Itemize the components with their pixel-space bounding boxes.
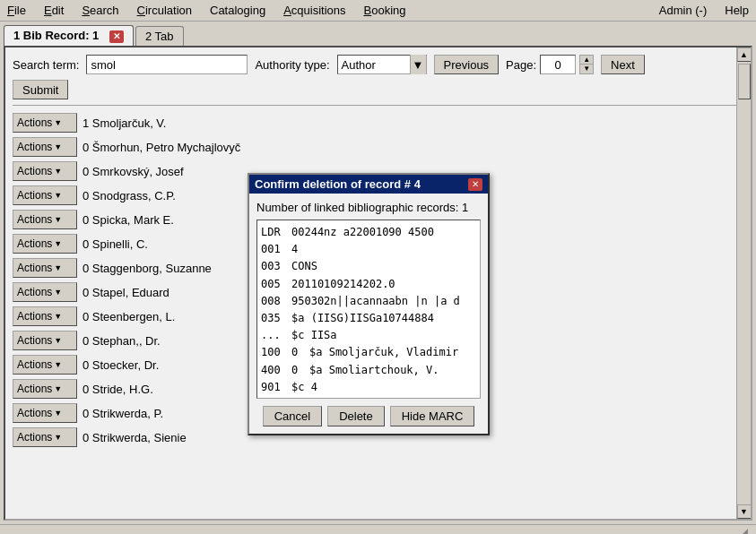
marc-tag: 005 [261,276,288,293]
status-bar: ◢ [0,524,756,534]
page-spinner-up[interactable]: ▲ [580,56,593,65]
record-text-7: 0 Stapel, Eduard [83,286,169,299]
actions-button-9[interactable]: Actions▼ [13,331,77,350]
menu-cataloging[interactable]: Cataloging [206,2,269,19]
search-row: Search term: Authority type: Author ▼ Pr… [13,55,743,74]
menu-help[interactable]: Help [721,2,752,19]
modal-close-button[interactable]: ✕ [468,178,482,191]
scroll-down-button[interactable]: ▼ [737,504,752,519]
next-button[interactable]: Next [601,55,645,74]
marc-tag [261,396,288,399]
marc-tag: 901 [261,379,288,396]
search-term-label: Search term: [13,58,79,72]
marc-row-035: 035 $a (IISG)IISGa10744884 [261,310,476,327]
modal-linked-text: Number of linked bibliographic records: … [256,201,481,214]
record-text-0: 1 Smoljarčuk, V. [83,116,166,130]
actions-button-8[interactable]: Actions▼ [13,306,77,326]
marc-ind: 0 [291,344,306,361]
marc-tag: LDR [261,224,288,241]
actions-button-10[interactable]: Actions▼ [13,355,77,375]
marc-val: $c IISa [291,327,337,344]
actions-button-12[interactable]: Actions▼ [13,403,77,423]
record-text-10: 0 Stoecker, Dr. [83,358,159,372]
actions-button-0[interactable]: Actions▼ [13,113,77,133]
marc-row-001: 001 4 [261,241,476,258]
authority-type-label: Authority type: [255,58,329,72]
main-content: Search term: Authority type: Author ▼ Pr… [4,46,752,521]
marc-ind: 0 [291,362,306,379]
record-text-11: 0 Stride, H.G. [83,383,153,396]
actions-button-4[interactable]: Actions▼ [13,210,77,229]
menu-circulation[interactable]: Circulation [134,2,196,19]
actions-button-7[interactable]: Actions▼ [13,282,77,302]
modal-body: Number of linked bibliographic records: … [249,194,488,434]
marc-tag: 035 [261,310,288,327]
menu-admin[interactable]: Admin (-) [656,2,710,19]
submit-button[interactable]: Submit [13,80,68,99]
tabbar: 1 Bib Record: 1 ✕ 2 Tab [0,22,756,46]
record-text-6: 0 Staggenborg, Suzanne [83,262,212,275]
confirm-deletion-modal: Confirm deletion of record # 4 ✕ Number … [248,173,490,435]
page-spinner-down[interactable]: ▼ [580,65,593,73]
tab-2[interactable]: 2 Tab [135,26,184,46]
page-input[interactable] [540,55,576,74]
scrollbar[interactable]: ▲ ▼ [736,47,751,519]
menu-booking[interactable]: Booking [361,2,410,19]
marc-val: $c 4 [291,379,317,396]
hide-marc-button[interactable]: Hide MARC [390,406,475,426]
page-nav: Page: ▲ ▼ [506,55,594,74]
page-label: Page: [506,58,536,72]
delete-button[interactable]: Delete [327,406,385,426]
actions-button-3[interactable]: Actions▼ [13,185,77,205]
tab-bib-record[interactable]: 1 Bib Record: 1 ✕ [4,25,134,46]
menubar: File Edit Search Circulation Cataloging … [0,0,756,22]
marc-val: 950302n||acannaabn |n |a d [291,293,460,310]
authority-type-select[interactable]: Author ▼ [337,55,427,74]
search-input[interactable] [86,55,248,74]
menu-search[interactable]: Search [78,2,122,19]
resize-grip: ◢ [742,527,752,535]
actions-button-13[interactable]: Actions▼ [13,427,77,447]
divider [13,105,743,106]
cancel-button[interactable]: Cancel [263,406,322,426]
menubar-right: Admin (-) Help [656,2,752,19]
marc-row-008: 008 950302n||acannaabn |n |a d [261,293,476,310]
marc-row-100: 100 0 $a Smoljarčuk, Vladimir [261,344,476,361]
record-text-2: 0 Smrkovský, Josef [83,165,184,178]
scroll-thumb[interactable] [738,64,751,99]
menu-acquisitions[interactable]: Acquisitions [280,2,349,19]
record-text-8: 0 Steenbergen, L. [83,310,175,323]
actions-button-11[interactable]: Actions▼ [13,379,77,399]
actions-button-2[interactable]: Actions▼ [13,161,77,181]
marc-tag: 001 [261,241,288,258]
menu-edit[interactable]: Edit [40,2,67,19]
menu-file[interactable]: File [4,2,30,19]
actions-button-6[interactable]: Actions▼ [13,258,77,278]
marc-tag: 100 [261,344,288,361]
marc-row-400: 400 0 $a Smoliartchouk, V. [261,362,476,379]
modal-title: Confirm deletion of record # 4 [255,177,421,191]
table-row: Actions▼ 0 Šmorhun, Petro Mychajlovyč [13,135,743,159]
marc-val: 00244nz a22001090 4500 [291,224,434,241]
actions-button-5[interactable]: Actions▼ [13,234,77,254]
record-text-1: 0 Šmorhun, Petro Mychajlovyč [83,141,240,154]
modal-titlebar: Confirm deletion of record # 4 ✕ [249,175,488,194]
marc-row-cont: ... $c IISa [261,327,476,344]
authority-type-value: Author [338,58,410,72]
scroll-up-button[interactable]: ▲ [737,47,752,62]
previous-button[interactable]: Previous [434,55,500,74]
authority-dropdown-arrow[interactable]: ▼ [410,55,426,74]
marc-val: $a (IISG)IISGa10744884 [291,310,434,327]
table-row: Actions▼ 1 Smoljarčuk, V. [13,111,743,134]
marc-row-t: $t authority [261,396,476,399]
marc-row-003: 003 CONS [261,258,476,275]
tab-close-1[interactable]: ✕ [109,30,124,43]
actions-button-1[interactable]: Actions▼ [13,137,77,157]
marc-val: 20110109214202.0 [291,276,395,293]
record-text-13: 0 Strikwerda, Sienie [83,431,187,444]
marc-tag: ... [261,327,288,344]
marc-data-display: LDR 00244nz a22001090 4500 001 4 003 CON… [256,220,481,399]
marc-tag: 400 [261,362,288,379]
submit-row: Submit [13,80,743,99]
marc-row-901: 901 $c 4 [261,379,476,396]
